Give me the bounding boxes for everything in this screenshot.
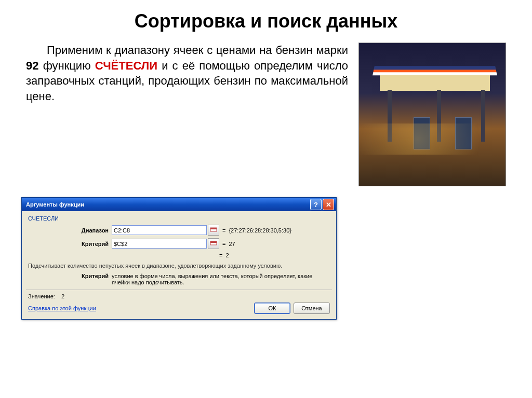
arg-help-label: Критерий [28,273,112,285]
svg-rect-1 [210,228,217,229]
divider [26,290,332,290]
ok-button[interactable]: ОК [254,303,290,314]
dialog-titlebar[interactable]: Аргументы функции ? ✕ [22,198,336,211]
function-description: Подсчитывает количество непустых ячеек в… [28,263,330,269]
range-preview: {27:27:26:28:28:30,5:30} [229,227,291,234]
range-selector-button[interactable] [208,238,219,249]
canopy-shape [373,66,497,75]
canopy-underside [380,75,490,91]
function-name-label: СЧЁТЕСЛИ [28,215,330,222]
value-result: 2 [61,293,64,299]
dialog-title: Аргументы функции [26,201,84,208]
equals-sign: = [219,241,229,247]
help-button[interactable]: ? [310,199,322,210]
range-selector-button[interactable] [208,225,219,236]
value-row: Значение: 2 [28,293,330,299]
close-icon: ✕ [326,201,331,209]
function-arguments-dialog: Аргументы функции ? ✕ СЧЁТЕСЛИ Диапазон … [21,197,337,320]
range-selector-icon [210,227,217,234]
arg-help-text: условие в форме числа, выражения или тек… [112,273,330,285]
criteria-input[interactable] [112,239,207,249]
text-bold-92: 92 [26,59,38,72]
formula-result-preview: 2 [225,252,229,258]
slide-paragraph: Применим к диапазону ячеек с ценами на б… [26,43,348,186]
close-button[interactable]: ✕ [323,199,334,210]
text-part: функцию [38,59,95,72]
cancel-button[interactable]: Отмена [294,303,330,314]
text-function-name: СЧЁТЕСЛИ [95,59,157,72]
value-label: Значение: [28,293,55,299]
help-link[interactable]: Справка по этой функции [28,305,96,311]
gas-station-image [358,43,506,186]
text-part: Применим к диапазону ячеек с ценами на б… [47,44,348,57]
range-selector-icon [210,241,217,247]
range-input[interactable] [112,225,207,235]
ambient-light [359,123,506,155]
criteria-preview: 27 [229,241,235,247]
slide-title: Сортировка и поиск данных [26,10,506,32]
criteria-label: Критерий [28,241,112,247]
range-label: Диапазон [28,227,112,234]
equals-sign: = [216,252,225,258]
svg-rect-3 [210,241,217,243]
equals-sign: = [219,227,229,234]
